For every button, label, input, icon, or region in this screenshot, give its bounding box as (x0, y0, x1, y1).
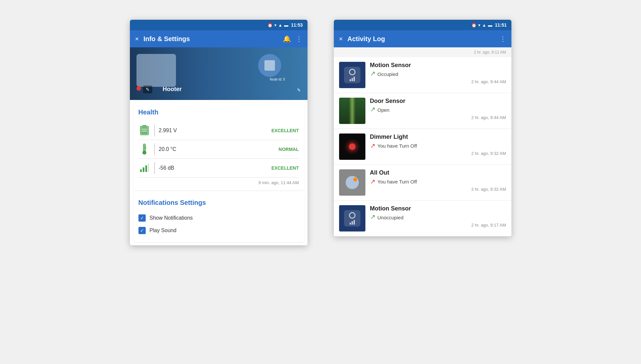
wifi-icon: ▾ (274, 23, 277, 28)
hero-edit-button[interactable]: ✎ (143, 85, 152, 93)
more-icon-left[interactable]: ⋮ (296, 35, 302, 43)
activity-time-0: 2 hr. ago, 9:44 AM (370, 79, 506, 84)
play-sound-label: Play Sound (150, 228, 177, 233)
alarm-icon-right: ⏰ (471, 23, 477, 28)
health-card: Health 2.991 V EXCELLENT (133, 103, 304, 190)
allout-device (346, 176, 359, 189)
status-icons-right: ⏰ ▾ ▲ ▬ (471, 23, 492, 28)
door-light-streak (349, 98, 356, 124)
health-row-signal: -56 dB EXCELLENT (138, 159, 299, 178)
activity-name-1: Door Sensor (370, 98, 506, 105)
health-timestamp: 9 min. ago, 11:44 AM (138, 180, 299, 185)
left-phone: ⏰ ▾ ▲ ▬ 11:53 × Info & Settings 🔔 ⋮ Node… (130, 20, 308, 245)
partial-header-text: 2 hr. ago, 9:11 AM (474, 50, 506, 55)
app-bar-title-right: Activity Log (347, 35, 495, 43)
activity-entry-2: Dimmer Light ↗ You have Turn Off 2 hr. a… (334, 129, 511, 165)
health-value-signal: -56 dB (159, 165, 268, 171)
status-time-right: 11:51 (495, 22, 507, 28)
health-status-signal: EXCELLENT (271, 165, 299, 171)
thermometer-health-icon (138, 143, 150, 155)
health-divider-signal (154, 162, 155, 174)
health-row-battery: 2.991 V EXCELLENT (138, 121, 299, 140)
more-icon-right[interactable]: ⋮ (500, 35, 506, 43)
status-bar-left: ⏰ ▾ ▲ ▬ 11:53 (130, 20, 308, 30)
app-bar-right: × Activity Log ⋮ (334, 30, 511, 47)
activity-status-1: ↙ Open (370, 106, 506, 114)
allout-thumb (339, 169, 365, 196)
notification-icon-left[interactable]: 🔔 (283, 35, 291, 43)
sensor-bar-2 (354, 77, 355, 81)
activity-thumb-2 (339, 133, 365, 160)
activity-time-2: 2 hr. ago, 9:32 AM (370, 151, 506, 156)
activity-info-2: Dimmer Light ↗ You have Turn Off 2 hr. a… (370, 133, 506, 156)
hero-background: Node Id: 5 ✎ Hooter ✎ (130, 47, 308, 100)
activity-time-3: 2 hr. ago, 9:32 AM (370, 187, 506, 192)
alarm-icon: ⏰ (267, 23, 273, 28)
motion-sensor-icon-0 (344, 67, 360, 83)
activity-entry-1: Door Sensor ↙ Open 2 hr. ago, 9:44 AM (334, 93, 511, 129)
play-sound-checkbox[interactable]: ✓ (138, 227, 146, 234)
activity-status-text-2: You have Turn Off (378, 143, 417, 149)
hero-node-icon-inner (264, 60, 275, 71)
activity-info-3: All Out ↗ You have Turn Off 2 hr. ago, 9… (370, 169, 506, 192)
notif-row-show: ✓ Show Notifications (138, 212, 299, 224)
health-value-battery: 2.991 V (159, 128, 268, 133)
sensor-bar-4-2 (354, 220, 355, 225)
activity-status-text-0: Occupied (378, 71, 398, 77)
door-thumb (339, 98, 365, 124)
status-bar-right: ⏰ ▾ ▲ ▬ 11:51 (334, 20, 511, 30)
hero-status-dot (136, 86, 141, 91)
activity-status-0: ↙ Occupied (370, 70, 506, 78)
status-time-left: 11:53 (291, 22, 303, 28)
activity-entry-0: Motion Sensor ↙ Occupied 2 hr. ago, 9:44… (334, 57, 511, 93)
partial-header: 2 hr. ago, 9:11 AM (334, 47, 511, 57)
svg-rect-9 (145, 148, 146, 149)
signal-health-icon (138, 163, 150, 173)
close-button-left[interactable]: × (135, 35, 139, 43)
activity-info-1: Door Sensor ↙ Open 2 hr. ago, 9:44 AM (370, 98, 506, 120)
svg-rect-4 (142, 131, 147, 132)
health-divider-battery (154, 125, 155, 136)
close-button-right[interactable]: × (339, 35, 343, 43)
activity-status-3: ↗ You have Turn Off (370, 178, 506, 185)
health-status-temp: NORMAL (279, 147, 299, 152)
health-row-temp: 20.0 °C NORMAL (138, 140, 299, 159)
status-icons-left: ⏰ ▾ ▲ ▬ (267, 23, 288, 28)
motion-sensor-icon-4 (344, 210, 360, 227)
svg-point-7 (142, 151, 146, 155)
health-divider-temp (154, 143, 155, 155)
right-phone: ⏰ ▾ ▲ ▬ 11:51 × Activity Log ⋮ 2 hr. ago… (334, 20, 511, 236)
activity-info-0: Motion Sensor ↙ Occupied 2 hr. ago, 9:44… (370, 62, 506, 84)
sensor-bar-1 (352, 78, 353, 81)
app-bar-left: × Info & Settings 🔔 ⋮ (130, 30, 308, 47)
hero-device-image (136, 54, 176, 87)
activity-entry-3: All Out ↗ You have Turn Off 2 hr. ago, 9… (334, 165, 511, 201)
svg-rect-6 (144, 145, 145, 151)
hero-node-label: Node Id: 5 (270, 78, 285, 81)
activity-name-4: Motion Sensor (370, 205, 506, 212)
direction-icon-2: ↗ (370, 142, 376, 150)
battery-icon-right: ▬ (488, 23, 492, 28)
show-notifications-checkbox[interactable]: ✓ (138, 214, 146, 222)
direction-icon-3: ↗ (370, 178, 376, 185)
wifi-icon-right: ▾ (478, 23, 481, 28)
app-bar-title-left: Info & Settings (143, 35, 278, 43)
activity-entry-4: Motion Sensor ↙ Unoccupied 2 hr. ago, 9:… (334, 201, 511, 236)
activity-thumb-3 (339, 169, 365, 196)
activity-status-text-1: Open (378, 107, 390, 113)
sensor-bars-0 (350, 77, 355, 81)
hero-edit-name-button[interactable]: ✎ (297, 87, 301, 93)
health-status-battery: EXCELLENT (271, 128, 299, 133)
svg-rect-13 (148, 163, 149, 172)
hero-node-icon (258, 54, 281, 77)
activity-name-0: Motion Sensor (370, 62, 506, 69)
sensor-bar-0 (350, 79, 351, 81)
activity-thumb-0 (339, 62, 365, 88)
health-title: Health (138, 109, 299, 116)
activity-thumb-4 (339, 205, 365, 231)
show-notifications-label: Show Notifications (150, 215, 193, 221)
sensor-bars-4 (350, 220, 355, 225)
allout-orange-dot (353, 178, 357, 182)
sensor-circle-0 (349, 69, 356, 75)
svg-rect-10 (140, 169, 142, 172)
